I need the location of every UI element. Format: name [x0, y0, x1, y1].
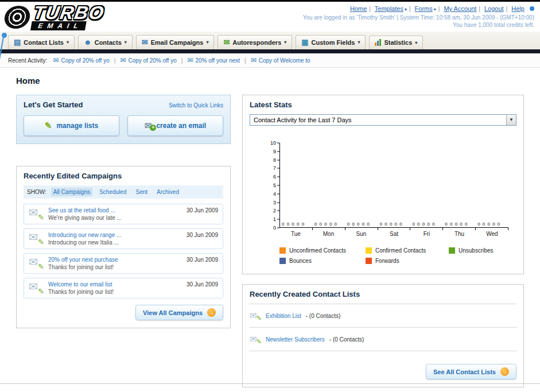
recent-activity-item: ✉ Copy of 20% off yo — [120, 56, 176, 64]
top-links: Home| Templates▾| Forms▾| My Account| Lo… — [303, 5, 534, 12]
recent-activity-link[interactable]: 20% off your next — [195, 57, 240, 64]
campaign-list: ✉✎ See us at the retail food ... We're g… — [24, 204, 223, 298]
chart-x-label: Wed — [476, 231, 508, 237]
filter-archived[interactable]: Archived — [154, 188, 181, 196]
get-started-panel: Let's Get Started Switch to Quick Links … — [16, 95, 231, 144]
chart-category: 0 0 0 0 0 — [313, 143, 345, 227]
envelope-icon: ✉ — [251, 56, 257, 64]
pencil-icon: ✎ — [45, 121, 52, 131]
dropdown-arrow-icon: ▼ — [506, 115, 516, 125]
top-link-forms[interactable]: Forms — [415, 5, 433, 12]
separator: | — [438, 6, 440, 12]
legend-label: Unsubscribes — [459, 247, 494, 254]
view-all-campaigns-label: View All Campaigns — [143, 309, 203, 316]
chart-value-labels: 0 0 0 0 0 — [477, 222, 500, 227]
top-link-home[interactable]: Home — [350, 5, 367, 12]
latest-stats-panel: Latest Stats Contact Activity for the La… — [242, 95, 524, 274]
top-link-my-account[interactable]: My Account — [444, 5, 476, 12]
chart-category: 0 0 0 0 0 — [443, 143, 476, 227]
top-link-help[interactable]: Help — [511, 5, 525, 12]
stats-period-value: Contact Activity for the Last 7 Days — [254, 117, 352, 123]
nav-tab-label: Custom Fields — [312, 39, 355, 46]
chart-value-labels: 0 0 0 0 0 — [314, 222, 337, 227]
arrow-right-icon: → — [207, 308, 216, 317]
header-right: Home| Templates▾| Forms▾| My Account| Lo… — [303, 4, 534, 30]
chevron-down-icon: ▾ — [434, 7, 436, 12]
nav-tab-contacts[interactable]: ☻ Contacts ▾ — [78, 35, 133, 49]
see-all-contact-lists-button[interactable]: See All Contact Lists → — [426, 364, 516, 379]
legend-label: Unconfirmed Contacts — [289, 247, 346, 254]
separator: | — [479, 6, 480, 12]
status-dot-icon — [530, 6, 534, 11]
chart-value-labels: 0 0 0 0 0 — [282, 222, 304, 227]
filter-scheduled[interactable]: Scheduled — [97, 188, 129, 196]
legend-label: Confirmed Contacts — [375, 247, 426, 254]
chevron-down-icon: ▾ — [358, 40, 360, 45]
contact-list-link[interactable]: Exhibition List — [266, 313, 301, 319]
get-started-title: Let's Get Started — [24, 100, 83, 109]
legend-item: Confirmed Contacts — [366, 247, 449, 254]
chart-value-labels: 0 0 0 0 0 — [380, 222, 402, 227]
nav-tab-label: Contacts — [95, 39, 122, 46]
legend-label: Forwards — [375, 258, 399, 264]
legend-swatch-icon — [279, 247, 286, 254]
chart-x-labels: TueMonSunSatFriThuWed — [279, 231, 508, 237]
header: TURBO EMAIL Home| Templates▾| Forms▾| My… — [0, 2, 540, 32]
create-email-label: create an email — [156, 122, 206, 130]
top-link-logout[interactable]: Logout — [484, 5, 504, 12]
contact-lists-icon: ▤ — [14, 38, 21, 46]
chevron-down-icon: ▾ — [67, 40, 69, 45]
chevron-down-icon: ▾ — [415, 40, 417, 45]
chart-value-labels: 0 0 0 0 0 — [347, 222, 370, 227]
campaign-item: ✉✎ 20% off your next purchase Thanks for… — [24, 253, 223, 274]
chart-x-label: Fri — [410, 231, 443, 237]
campaign-date: 30 Jun 2009 — [187, 257, 218, 263]
chevron-down-icon: ▾ — [125, 40, 127, 45]
manage-lists-button[interactable]: ✎ manage lists — [24, 115, 119, 136]
separator: | — [181, 57, 183, 64]
switch-quick-links-link[interactable]: Switch to Quick Links — [169, 102, 223, 108]
recent-activity-link[interactable]: Copy of 20% off yo — [128, 57, 176, 64]
chart-value-labels: 0 0 0 0 0 — [445, 222, 467, 227]
legend-swatch-icon — [366, 247, 372, 254]
campaign-link[interactable]: 20% off your next purchase — [48, 257, 182, 263]
recent-activity-link[interactable]: Copy of 20% off yo — [61, 57, 109, 64]
nav-tab-autoresponders[interactable]: ✉ Autoresponders ▾ — [217, 35, 292, 49]
campaign-link[interactable]: Welcome to our email list — [48, 281, 182, 288]
create-email-button[interactable]: ✉+ create an email — [127, 115, 223, 136]
contact-list-item: ✉✎ Newsletter Subscribers - (0 Contacts) — [250, 332, 516, 347]
chart-legend: Unconfirmed ContactsConfirmed ContactsUn… — [279, 247, 516, 264]
chart-x-label: Sat — [378, 231, 410, 237]
stats-period-select[interactable]: Contact Activity for the Last 7 Days ▼ — [250, 114, 516, 126]
separator: | — [244, 57, 246, 64]
filter-all-campaigns[interactable]: All Campaigns — [51, 188, 92, 196]
nav-tab-label: Contact Lists — [24, 39, 64, 46]
recent-activity-link[interactable]: Copy of Welcome to — [259, 57, 310, 64]
autoresponders-icon: ✉ — [223, 38, 230, 46]
nav-tab-email-campaigns[interactable]: ✉ Email Campaigns ▾ — [136, 35, 215, 49]
email-plus-icon: ✉+ — [145, 121, 152, 131]
legend-item: Forwards — [366, 258, 449, 264]
nav-tab-custom-fields[interactable]: ▦ Custom Fields ▾ — [296, 35, 366, 49]
recent-activity-label: Recent Activity: — [8, 57, 47, 64]
view-all-campaigns-button[interactable]: View All Campaigns → — [135, 305, 223, 320]
logo-swirl-icon — [3, 6, 32, 29]
chart-x-label: Tue — [279, 231, 312, 237]
manage-lists-label: manage lists — [56, 122, 98, 130]
nav-tab-contact-lists[interactable]: ▤ Contact Lists ▾ — [8, 35, 75, 49]
campaign-item: ✉✎ Welcome to our email list Thanks for … — [24, 278, 223, 298]
top-link-templates[interactable]: Templates — [375, 5, 403, 12]
campaign-link[interactable]: See us at the retail food ... — [48, 207, 182, 214]
contact-list-link[interactable]: Newsletter Subscribers — [266, 336, 325, 343]
filter-sent[interactable]: Sent — [133, 188, 150, 196]
statistics-icon — [375, 39, 381, 46]
separator: | — [506, 6, 508, 12]
campaign-edit-icon: ✉✎ — [29, 207, 44, 221]
contact-lists-title: Recently Created Contact Lists — [250, 290, 516, 298]
campaign-link[interactable]: Introducing our new range ... — [48, 232, 182, 238]
chart-y-axis: 012345678910 — [269, 143, 279, 228]
campaign-item: ✉✎ See us at the retail food ... We're g… — [24, 204, 223, 224]
nav-tab-statistics[interactable]: Statistics ▾ — [369, 36, 423, 49]
see-all-contact-lists-label: See All Contact Lists — [433, 368, 496, 375]
recent-activity-item: ✉ Copy of 20% off yo — [53, 56, 109, 64]
